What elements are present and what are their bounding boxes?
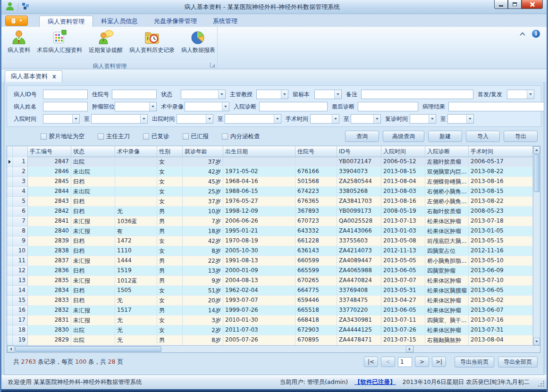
chevron-down-icon[interactable] — [274, 115, 281, 123]
table-row[interactable]: 22846未出院女42岁1971-05-02676166339040732013… — [7, 167, 533, 177]
export-current-page-button[interactable]: 导出当前页 — [455, 357, 494, 367]
page-number-input[interactable] — [398, 357, 412, 367]
ribbon-button[interactable]: 病人资料历史记录 — [126, 28, 178, 60]
export-button[interactable]: 导出 — [504, 131, 538, 142]
vertical-scrollbar[interactable] — [533, 146, 540, 345]
table-row[interactable]: 42844未出院女25岁1988-06-15674223338052682013… — [7, 187, 533, 197]
ribbon-button[interactable]: 病人数据报表 — [178, 28, 219, 60]
export-all-pages-button[interactable]: 导出全部页 — [498, 357, 538, 367]
table-row[interactable]: 82840未汇报有男18岁1995-01-21643332ZA414306620… — [7, 226, 533, 236]
pathology-result-input[interactable] — [448, 102, 544, 111]
endocrine-exam-checkbox[interactable]: 内分泌检查 — [222, 133, 260, 141]
chevron-down-icon[interactable] — [332, 115, 339, 123]
column-header[interactable]: 入院时间 — [381, 146, 425, 157]
column-header[interactable]: 住院号 — [295, 146, 337, 157]
table-row[interactable]: 72841未汇报1036蓝男7岁2006-06-26670723QA002552… — [7, 217, 533, 226]
table-row[interactable]: 172831未汇报无女3岁2010-01-30668418ZA343098120… — [7, 316, 533, 325]
horizontal-scrollbar[interactable] — [7, 345, 540, 352]
chief-surgeon-checkbox[interactable]: 主任主刀 — [98, 133, 130, 141]
ribbon-tab[interactable]: 系统管理 — [205, 16, 245, 27]
reported-checkbox[interactable]: 已汇报 — [183, 133, 209, 141]
scroll-right-button[interactable] — [406, 346, 413, 352]
scroll-left-button[interactable] — [7, 346, 15, 352]
dialog-launcher-icon[interactable] — [210, 62, 215, 67]
chevron-down-icon[interactable] — [140, 115, 147, 123]
query-button[interactable]: 查询 — [345, 131, 379, 142]
surgery-date-from-select[interactable] — [310, 114, 339, 124]
tumor-site-select[interactable] — [115, 102, 157, 111]
software-registered-link[interactable]: 【软件已注册】 — [354, 378, 396, 386]
column-header[interactable]: 出生日期 — [223, 146, 295, 157]
chevron-down-icon[interactable] — [334, 90, 341, 99]
resize-grip[interactable] — [543, 385, 544, 387]
chevron-down-icon[interactable] — [206, 115, 213, 123]
discharge-date-from-select[interactable] — [177, 114, 213, 124]
intraop-video-select[interactable] — [185, 102, 229, 111]
last-page-button[interactable]: >| — [432, 357, 446, 367]
column-header[interactable]: 入院诊断 — [425, 146, 469, 157]
maximize-button[interactable] — [508, 0, 522, 9]
chevron-down-icon[interactable] — [466, 115, 473, 123]
remarks-input[interactable] — [361, 90, 473, 99]
table-row[interactable]: 152833归档无女20岁1993-07-0765944633748475201… — [7, 296, 533, 306]
minimize-button[interactable] — [494, 0, 508, 9]
chevron-down-icon[interactable] — [281, 90, 288, 99]
chevron-down-icon[interactable] — [429, 115, 436, 123]
column-header[interactable]: 手工编号 — [28, 146, 71, 157]
ribbon-tab[interactable]: 科室人员信息 — [93, 16, 146, 27]
admission-date-from-select[interactable] — [43, 114, 80, 124]
table-row[interactable]: 92839归档1472女42岁1970-08-19661228337556032… — [7, 236, 533, 246]
table-row[interactable]: 62842归档无男10岁1998-12-09367893YB0099173200… — [7, 207, 533, 217]
status-select[interactable] — [181, 90, 226, 99]
close-button[interactable] — [522, 0, 543, 9]
chevron-down-icon[interactable] — [527, 90, 534, 99]
table-row[interactable]: 102838归档1110女8岁2005-10-30636143ZA4214073… — [7, 246, 533, 256]
admission-no-input[interactable] — [112, 90, 157, 99]
table-row[interactable]: 142834归档1505女51岁1962-02-0466477533769408… — [7, 286, 533, 296]
table-row[interactable]: 32845归档女45岁1968-04-16501568ZA25805442013… — [7, 177, 533, 187]
table-row[interactable]: 192829出院无男8岁2005-07-26670895ZA4478471201… — [7, 335, 533, 345]
application-menu-button[interactable] — [5, 16, 28, 26]
column-header[interactable]: 就诊年龄 — [183, 146, 223, 157]
discharge-date-to-select[interactable] — [225, 114, 281, 124]
vertical-scroll-thumb[interactable] — [534, 154, 540, 192]
tab-close-icon[interactable]: x — [52, 74, 56, 79]
final-diagnosis-input[interactable] — [358, 102, 418, 111]
scroll-up-button[interactable] — [533, 146, 540, 154]
table-row[interactable]: 12847出院女37岁YB00721472006-05-12左额叶胶质瘤2006… — [7, 157, 533, 167]
chevron-down-icon[interactable] — [373, 115, 380, 123]
tab-patient-basic-info[interactable]: 病人基本资料 x — [5, 70, 62, 82]
column-header[interactable]: 性别 — [157, 146, 183, 157]
info-icon[interactable]: i — [532, 30, 540, 38]
previous-page-button[interactable]: < — [381, 357, 395, 367]
revisit-date-from-select[interactable] — [410, 114, 436, 124]
column-header[interactable]: 术中录像 — [115, 146, 157, 157]
vertical-scroll-track[interactable] — [533, 192, 540, 338]
ribbon-tab[interactable]: 病人资料管理 — [39, 16, 93, 27]
horizontal-scroll-track[interactable] — [162, 346, 406, 352]
new-button[interactable]: 新建 — [428, 131, 462, 142]
table-row[interactable]: 182830出院无女2岁2011-07-03672903ZA4444125201… — [7, 325, 533, 335]
specimen-kept-select[interactable] — [314, 90, 342, 99]
admission-diagnosis-input[interactable] — [259, 102, 328, 111]
first-page-button[interactable]: |< — [364, 357, 378, 367]
ribbon-button[interactable]: 病人资料 — [4, 28, 34, 60]
table-row[interactable]: 112837未汇报1444男22岁1991-08-13660599ZA40894… — [7, 256, 533, 266]
column-header[interactable]: ID号 — [337, 146, 381, 157]
advanced-query-button[interactable]: 高级查询 — [383, 131, 424, 142]
ribbon-button[interactable]: 近期复诊提醒 — [85, 28, 126, 60]
first-or-recurrence-select[interactable] — [507, 90, 534, 99]
column-header[interactable]: 手术时间 — [469, 146, 533, 157]
admission-date-to-select[interactable] — [91, 114, 148, 124]
patient-id-input[interactable] — [43, 90, 88, 99]
surgery-date-to-select[interactable] — [351, 114, 381, 124]
table-row[interactable]: 52843归档女37岁1976-05-27676365ZA38417032013… — [7, 197, 533, 207]
film-address-empty-checkbox[interactable]: 胶片地址为空 — [41, 133, 84, 141]
import-button[interactable]: 导入 — [466, 131, 500, 142]
chevron-down-icon[interactable] — [149, 102, 156, 111]
grid-layout-icon[interactable] — [22, 2, 29, 12]
scroll-down-button[interactable] — [533, 338, 540, 345]
table-row[interactable]: 132835未汇报1012蓝男9岁2004-08-13670265ZA44708… — [7, 276, 533, 286]
horizontal-scroll-thumb[interactable] — [15, 346, 161, 352]
chevron-down-icon[interactable] — [218, 90, 225, 99]
